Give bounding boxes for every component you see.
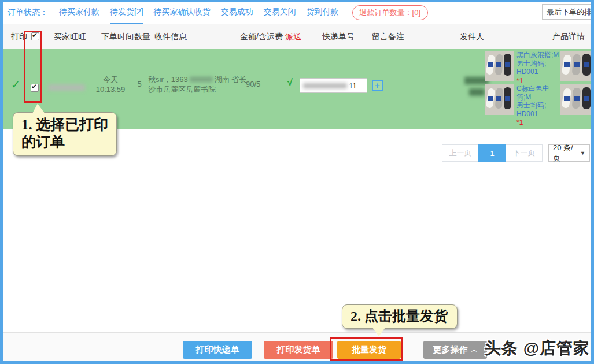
header-dispatch: 派送 xyxy=(285,24,301,49)
sender-name-redacted-2 xyxy=(469,88,485,96)
refund-count-button[interactable]: 退款订单数量：[0] xyxy=(352,5,428,20)
tab-awaiting-payment[interactable]: 待买家付款 xyxy=(59,2,99,24)
phone-redacted xyxy=(190,77,213,82)
tab-trade-success[interactable]: 交易成功 xyxy=(221,2,253,24)
tracking-number-input[interactable]: 11 xyxy=(300,78,367,93)
header-tracking-number: 快递单号 xyxy=(322,24,355,49)
product-spec: 男士均码; xyxy=(516,60,560,68)
order-time-day: 今天 xyxy=(91,75,130,84)
table-header: 打印 买家旺旺 下单时间 数量 收件信息 金额/含运费 派送 快递单号 留言备注… xyxy=(3,24,591,49)
step2-callout-tail xyxy=(372,328,385,336)
recipient-cell: 秋sir，1363湖南 省长沙市岳麓区岳麓书院 xyxy=(148,75,254,94)
header-amount: 金额/含运费 xyxy=(240,24,283,49)
print-express-sheet-button[interactable]: 打印快递单 xyxy=(183,341,252,359)
sort-order-select[interactable]: 最后下单的排 xyxy=(542,4,594,20)
tracking-number-redacted xyxy=(303,83,347,88)
tab-cod[interactable]: 货到付款 xyxy=(307,2,339,24)
printed-check-icon: ✓ xyxy=(11,78,20,91)
product-item: C标白色中筒;M 男士均码; HD001 *1 xyxy=(485,84,560,127)
next-page-button[interactable]: 下一页 xyxy=(506,144,543,162)
product-code: HD001 xyxy=(516,110,560,118)
step1-callout-tail xyxy=(32,103,47,114)
quantity-cell: 5 xyxy=(133,79,146,89)
toutiao-watermark: 头条 @店管家 xyxy=(485,337,590,359)
product-title: 黑白灰混搭;M xyxy=(516,51,560,60)
dispatch-check-icon: √ xyxy=(287,77,293,88)
window-border-right xyxy=(591,0,594,364)
product-spec: 男士均码; xyxy=(516,101,560,110)
tab-awaiting-confirm[interactable]: 待买家确认收货 xyxy=(154,2,211,24)
tab-trade-closed[interactable]: 交易关闭 xyxy=(264,2,296,24)
more-actions-label: 更多操作 xyxy=(433,344,468,355)
add-tracking-button[interactable]: + xyxy=(372,80,383,91)
more-actions-button[interactable]: 更多操作 ︿ xyxy=(423,341,487,359)
window-border-bottom xyxy=(0,361,594,364)
header-quantity: 数量 xyxy=(134,24,150,49)
order-time-cell: 今天 10:13:59 xyxy=(91,75,130,94)
pagination: 上一页 1 下一页 xyxy=(442,144,543,162)
order-manager-window: 订单状态： 待买家付款 待发货[2] 待买家确认收货 交易成功 交易关闭 货到付… xyxy=(0,0,594,364)
product-text: 黑白灰混搭;M 男士均码; HD001 *1 xyxy=(516,51,560,85)
tracking-number-suffix: 11 xyxy=(349,81,357,90)
product-qty: *1 xyxy=(516,118,560,127)
product-thumbnail-socks[interactable] xyxy=(485,51,514,81)
product-thumbnail-socks[interactable] xyxy=(485,84,514,115)
batch-ship-highlight-box xyxy=(330,337,403,361)
order-status-label: 订单状态： xyxy=(8,8,48,18)
window-border-left xyxy=(0,0,3,364)
chevron-down-icon: ▼ xyxy=(580,150,585,156)
order-time-clock: 10:13:59 xyxy=(91,84,130,94)
step2-callout-text: 2. 点击批量发货 xyxy=(351,309,448,324)
header-recipient: 收件信息 xyxy=(154,24,187,49)
page-size-select[interactable]: 20 条/页 ▼ xyxy=(548,144,590,162)
product-thumbnail-socks-2[interactable] xyxy=(560,84,594,115)
page-size-value: 20 条/页 xyxy=(553,143,580,164)
tab-awaiting-shipment[interactable]: 待发货[2] xyxy=(110,2,143,24)
checkbox-highlight-box xyxy=(24,31,42,103)
header-sender: 发件人 xyxy=(460,24,484,49)
header-order-time: 下单时间 xyxy=(101,24,134,49)
product-title: C标白色中筒;M xyxy=(516,84,560,101)
step1-callout: 1. 选择已打印的订单 xyxy=(13,112,117,156)
order-status-navbar: 订单状态： 待买家付款 待发货[2] 待买家确认收货 交易成功 交易关闭 货到付… xyxy=(3,2,591,24)
header-remark: 留言备注 xyxy=(372,24,404,49)
recipient-prefix: 秋sir，1363 xyxy=(148,75,188,84)
status-tabs: 待买家付款 待发货[2] 待买家确认收货 交易成功 交易关闭 货到付款 xyxy=(54,2,344,24)
prev-page-button[interactable]: 上一页 xyxy=(442,144,478,162)
recipient-province: 湖南 xyxy=(215,75,230,84)
print-invoice-button[interactable]: 打印发货单 xyxy=(264,341,333,359)
product-qty: *1 xyxy=(516,77,560,86)
amount-cell: 90/5 xyxy=(246,79,260,89)
buyer-name-redacted xyxy=(48,84,85,91)
header-buyer: 买家旺旺 xyxy=(54,24,86,49)
product-item: 黑白灰混搭;M 男士均码; HD001 *1 xyxy=(485,51,560,85)
current-page-button[interactable]: 1 xyxy=(478,144,506,162)
product-text: C标白色中筒;M 男士均码; HD001 *1 xyxy=(516,84,560,127)
window-border-top xyxy=(0,0,594,2)
chevron-up-icon: ︿ xyxy=(471,346,478,354)
product-thumbnail-socks-2[interactable] xyxy=(560,51,594,81)
step2-callout: 2. 点击批量发货 xyxy=(342,304,458,329)
header-product-detail: 产品详情 xyxy=(552,24,585,49)
product-code: HD001 xyxy=(516,68,560,76)
step1-callout-text: 1. 选择已打印的订单 xyxy=(21,117,108,150)
